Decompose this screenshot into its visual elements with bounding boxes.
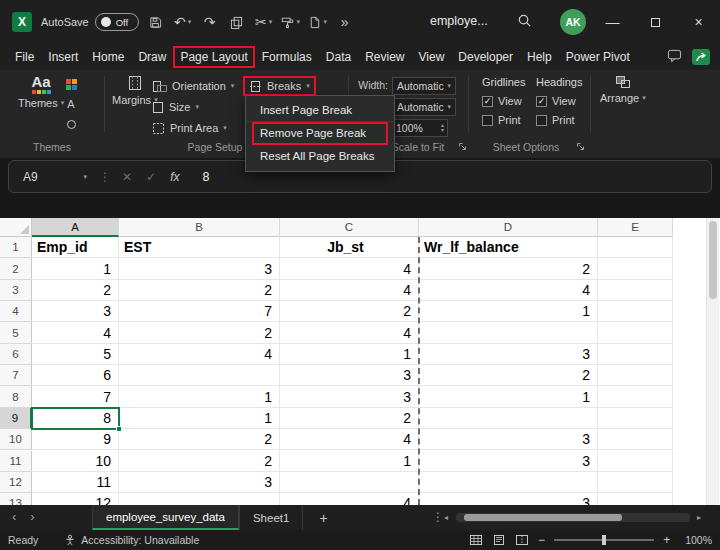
cell-C13[interactable]: 4 (280, 493, 419, 505)
cell-B6[interactable]: 4 (119, 344, 280, 365)
cell-C7[interactable]: 3 (280, 365, 419, 386)
cell-D9[interactable] (419, 408, 598, 429)
cell-A2[interactable]: 1 (32, 258, 119, 279)
cell-C11[interactable]: 1 (280, 451, 419, 472)
column-header-E[interactable]: E (598, 218, 673, 237)
page-break-preview-button[interactable] (515, 534, 529, 546)
cell-E10[interactable] (598, 429, 673, 450)
cell-E5[interactable] (598, 322, 673, 343)
cell-D10[interactable]: 3 (419, 429, 598, 450)
menu-item-view[interactable]: View (412, 46, 452, 68)
breaks-menu-item-insert-page-break[interactable]: Insert Page Break (246, 99, 394, 122)
cell-E11[interactable] (598, 451, 673, 472)
spinner-arrows-icon[interactable]: ▴▾ (441, 123, 444, 133)
cell-A9[interactable]: 8 (32, 408, 119, 429)
orientation-button[interactable]: Orientation▾ (152, 76, 234, 96)
headings-print-checkbox[interactable]: Print (536, 114, 582, 126)
cell-B2[interactable]: 3 (119, 258, 280, 279)
formula-bar-handle[interactable]: ⋮ (99, 170, 111, 184)
save-button[interactable] (146, 10, 166, 34)
cell-A7[interactable]: 6 (32, 365, 119, 386)
cell-A11[interactable]: 10 (32, 451, 119, 472)
cell-D1[interactable]: Wr_lf_balance (419, 237, 598, 258)
cell-C9[interactable]: 2 (280, 408, 419, 429)
print-area-button[interactable]: Print Area▾ (152, 118, 227, 138)
normal-view-button[interactable] (469, 534, 483, 546)
sheet-options-menu-button[interactable]: ⋮ (432, 510, 444, 524)
scroll-right-icon[interactable]: ▸ (697, 513, 701, 522)
cell-B10[interactable]: 2 (119, 429, 280, 450)
row-header-12[interactable]: 12 (0, 472, 32, 493)
cell-D7[interactable]: 2 (419, 365, 598, 386)
cell-D8[interactable]: 1 (419, 386, 598, 407)
accessibility-status[interactable]: Accessibility: Unavailable (64, 534, 199, 546)
row-header-11[interactable]: 11 (0, 451, 32, 472)
share-button[interactable] (692, 49, 710, 65)
next-sheet-button[interactable]: › (30, 509, 34, 524)
autosave-toggle[interactable]: Off (95, 13, 139, 31)
breaks-menu-item-reset-all-page-breaks[interactable]: Reset All Page Breaks (246, 145, 394, 168)
theme-colors-button[interactable] (62, 77, 80, 91)
cell-A12[interactable]: 11 (32, 472, 119, 493)
cell-B1[interactable]: EST (119, 237, 280, 258)
menu-item-page-layout[interactable]: Page Layout (173, 46, 254, 68)
cell-E3[interactable] (598, 280, 673, 301)
cell-C3[interactable]: 4 (280, 280, 419, 301)
margins-button[interactable]: Margins▾ (112, 75, 158, 106)
page-layout-view-button[interactable] (492, 534, 506, 546)
zoom-out-button[interactable]: − (538, 533, 545, 547)
menu-item-developer[interactable]: Developer (451, 46, 520, 68)
gridlines-print-checkbox[interactable]: Print (482, 114, 525, 126)
arrange-button[interactable]: Arrange▾ (600, 75, 646, 104)
menu-item-draw[interactable]: Draw (131, 46, 173, 68)
column-header-C[interactable]: C (280, 218, 419, 237)
cell-E8[interactable] (598, 386, 673, 407)
scale-to-fit-dialog-launcher[interactable] (458, 141, 467, 153)
comments-button[interactable] (667, 49, 682, 66)
redo-button[interactable]: ↷ (200, 10, 220, 34)
width-select[interactable]: Automatic▾ (392, 77, 456, 95)
paste-button[interactable]: ▾ (308, 10, 328, 34)
row-header-10[interactable]: 10 (0, 429, 32, 450)
cell-E4[interactable] (598, 301, 673, 322)
sheet-tab-employee_survey_data[interactable]: employee_survey_data (92, 505, 239, 530)
breaks-menu-item-remove-page-break[interactable]: Remove Page Break (252, 122, 388, 145)
row-header-2[interactable]: 2 (0, 258, 32, 279)
cell-C12[interactable] (280, 472, 419, 493)
cell-A6[interactable]: 5 (32, 344, 119, 365)
horizontal-scrollbar-thumb[interactable] (464, 514, 622, 521)
row-header-7[interactable]: 7 (0, 365, 32, 386)
more-commands-button[interactable]: » (335, 10, 355, 34)
cell-E6[interactable] (598, 344, 673, 365)
theme-fonts-button[interactable]: A (62, 97, 80, 111)
menu-item-data[interactable]: Data (319, 46, 358, 68)
row-header-8[interactable]: 8 (0, 386, 32, 407)
cell-D12[interactable] (419, 472, 598, 493)
theme-effects-button[interactable] (62, 117, 80, 131)
cell-A10[interactable]: 9 (32, 429, 119, 450)
gridlines-view-checkbox[interactable]: ✓View (482, 95, 525, 107)
select-all-corner[interactable] (0, 218, 32, 237)
breaks-button[interactable]: Breaks▾ (243, 76, 316, 96)
cell-D13[interactable]: 3 (419, 493, 598, 505)
copy-button[interactable] (227, 10, 247, 34)
cell-B5[interactable]: 2 (119, 322, 280, 343)
zoom-level[interactable]: 100% (685, 534, 712, 546)
prev-sheet-button[interactable]: ‹ (12, 509, 16, 524)
row-header-9[interactable]: 9 (0, 408, 32, 429)
menu-item-insert[interactable]: Insert (41, 46, 85, 68)
cell-B11[interactable]: 2 (119, 451, 280, 472)
cell-A4[interactable]: 3 (32, 301, 119, 322)
cell-D5[interactable] (419, 322, 598, 343)
row-header-1[interactable]: 1 (0, 237, 32, 258)
cell-D4[interactable]: 1 (419, 301, 598, 322)
formula-input[interactable]: 8 (202, 170, 209, 184)
cell-A8[interactable]: 7 (32, 386, 119, 407)
scroll-left-icon[interactable]: ◂ (444, 513, 448, 522)
cell-C5[interactable]: 4 (280, 322, 419, 343)
column-header-A[interactable]: A (32, 218, 119, 237)
size-button[interactable]: Size▾ (152, 97, 199, 117)
cell-D11[interactable]: 3 (419, 451, 598, 472)
cell-B8[interactable]: 1 (119, 386, 280, 407)
confirm-entry-button[interactable]: ✓ (146, 170, 156, 184)
